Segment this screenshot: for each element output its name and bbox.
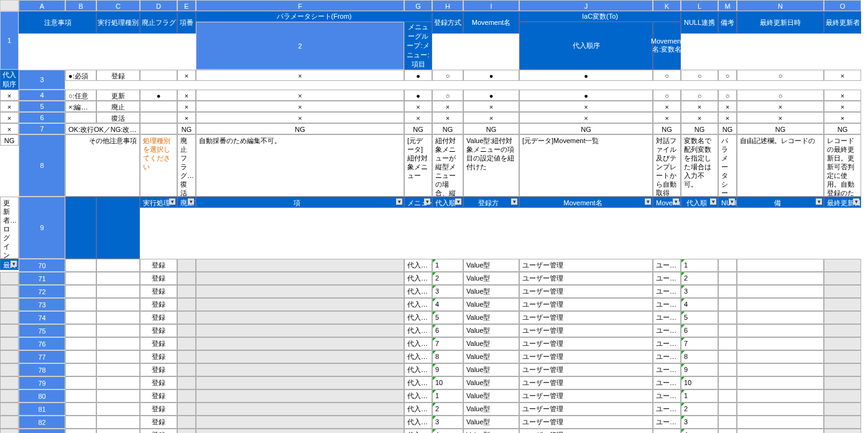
dcell-d-5[interactable] [177, 324, 196, 337]
dcell-f-7[interactable]: 代入値自動登録用:ユーザー:パラメータ/ログインシェル [404, 350, 432, 363]
dcell-b-1[interactable] [96, 272, 140, 285]
dcell-f-13[interactable]: 代入値自動登録用:ユーザー:パラメータ/コメント [404, 429, 432, 433]
dcell-k-9[interactable]: 10 [681, 376, 718, 389]
dcell-j-3[interactable]: ユーザー管理:login_shell [653, 298, 681, 311]
dcell-b-8[interactable] [96, 363, 140, 376]
dcell-i-5[interactable]: ユーザー管理 [519, 324, 653, 337]
dcell-m-7[interactable] [737, 350, 824, 363]
dcell-d-4[interactable] [177, 311, 196, 324]
dcell-l-7[interactable] [718, 350, 737, 363]
dcell-o-6[interactable] [0, 350, 19, 363]
dcell-o-4[interactable] [0, 324, 19, 337]
filter-k[interactable]: 代入順 [681, 197, 718, 208]
dcell-h-5[interactable]: Value型 [463, 324, 519, 337]
col-header-D[interactable]: D [140, 0, 177, 11]
dcell-i-1[interactable]: ユーザー管理 [519, 272, 653, 285]
dcell-f-0[interactable]: 代入値自動登録用:ユーザー:パラメータ/ログインシェル [404, 259, 432, 272]
filter-d[interactable]: 廃止フラ [177, 197, 196, 208]
dcell-o-10[interactable] [0, 403, 19, 416]
dcell-g-1[interactable]: 2 [432, 272, 463, 285]
dcell-n-4[interactable] [824, 311, 861, 324]
filter-m[interactable]: 備 [737, 197, 824, 208]
dcell-l-9[interactable] [718, 376, 737, 389]
dcell-c-8[interactable]: 登録 [140, 363, 177, 376]
filter-j[interactable]: Movement名:変数名 [653, 197, 681, 208]
dcell-i-7[interactable]: ユーザー管理 [519, 350, 653, 363]
dcell-d-0[interactable] [177, 259, 196, 272]
dcell-e-1[interactable] [196, 272, 404, 285]
dcell-d-7[interactable] [177, 350, 196, 363]
dcell-h-6[interactable]: Value型 [463, 337, 519, 350]
dcell-o-1[interactable] [0, 285, 19, 298]
dcell-m-1[interactable] [737, 272, 824, 285]
dcell-a-5[interactable] [65, 324, 96, 337]
dcell-n-2[interactable] [824, 285, 861, 298]
dcell-b-9[interactable] [96, 376, 140, 389]
dcell-h-13[interactable]: Value型 [463, 429, 519, 433]
dcell-e-3[interactable] [196, 298, 404, 311]
dcell-j-13[interactable]: ユーザー管理:comment [653, 429, 681, 433]
dcell-m-11[interactable] [737, 403, 824, 416]
dcell-e-4[interactable] [196, 311, 404, 324]
dcell-c-11[interactable]: 登録 [140, 403, 177, 416]
dcell-a-6[interactable] [65, 337, 96, 350]
dcell-b-7[interactable] [96, 350, 140, 363]
filter-l[interactable]: NULL連 [718, 197, 737, 208]
dcell-o-3[interactable] [0, 311, 19, 324]
dcell-e-6[interactable] [196, 337, 404, 350]
dcell-f-2[interactable]: 代入値自動登録用:ユーザー:パラメータ/ログインシェル [404, 285, 432, 298]
dcell-n-7[interactable] [824, 350, 861, 363]
dcell-i-12[interactable]: ユーザー管理 [519, 416, 653, 429]
dcell-k-6[interactable]: 7 [681, 337, 718, 350]
dcell-b-3[interactable] [96, 298, 140, 311]
row-header-d8[interactable]: 78 [19, 363, 65, 376]
dcell-e-13[interactable] [196, 429, 404, 433]
dcell-j-1[interactable]: ユーザー管理:login_shell [653, 272, 681, 285]
dcell-b-13[interactable] [96, 429, 140, 433]
dcell-i-6[interactable]: ユーザー管理 [519, 337, 653, 350]
dcell-o-7[interactable] [0, 363, 19, 376]
dcell-o-8[interactable] [0, 376, 19, 389]
row-header-d1[interactable]: 71 [19, 272, 65, 285]
dcell-i-13[interactable]: ユーザー管理 [519, 429, 653, 433]
dcell-o-12[interactable] [0, 429, 19, 433]
row-header-d3[interactable]: 73 [19, 298, 65, 311]
dcell-o-9[interactable] [0, 389, 19, 403]
row-header-8[interactable]: 8 [19, 134, 65, 197]
dcell-a-10[interactable] [65, 389, 96, 403]
dcell-k-1[interactable]: 2 [681, 272, 718, 285]
dcell-n-13[interactable] [824, 429, 861, 433]
row-header-d4[interactable]: 74 [19, 311, 65, 324]
dcell-l-5[interactable] [718, 324, 737, 337]
dcell-m-9[interactable] [737, 376, 824, 389]
dcell-c-12[interactable]: 登録 [140, 416, 177, 429]
col-header-L[interactable]: L [681, 0, 718, 11]
dcell-b-4[interactable] [96, 311, 140, 324]
dcell-c-5[interactable]: 登録 [140, 324, 177, 337]
dcell-n-11[interactable] [824, 403, 861, 416]
dcell-f-5[interactable]: 代入値自動登録用:ユーザー:パラメータ/ログインシェル [404, 324, 432, 337]
dcell-m-10[interactable] [737, 389, 824, 403]
dcell-g-11[interactable]: 2 [432, 403, 463, 416]
dcell-n-8[interactable] [824, 363, 861, 376]
dcell-b-0[interactable] [96, 259, 140, 272]
dcell-l-8[interactable] [718, 363, 737, 376]
dcell-a-3[interactable] [65, 298, 96, 311]
filter-i[interactable]: Movement名 [519, 197, 653, 208]
dcell-a-2[interactable] [65, 285, 96, 298]
filter-e[interactable]: 項 [196, 197, 404, 208]
col-header-C[interactable]: C [96, 0, 140, 11]
dcell-e-12[interactable] [196, 416, 404, 429]
dcell-e-10[interactable] [196, 389, 404, 403]
dcell-h-11[interactable]: Value型 [463, 403, 519, 416]
dcell-l-3[interactable] [718, 298, 737, 311]
dcell-g-2[interactable]: 3 [432, 285, 463, 298]
dcell-a-8[interactable] [65, 363, 96, 376]
dcell-m-6[interactable] [737, 337, 824, 350]
dcell-h-10[interactable]: Value型 [463, 389, 519, 403]
row-header-9[interactable]: 9 [19, 197, 65, 259]
dcell-g-8[interactable]: 9 [432, 363, 463, 376]
dcell-c-4[interactable]: 登録 [140, 311, 177, 324]
dcell-h-3[interactable]: Value型 [463, 298, 519, 311]
dcell-i-8[interactable]: ユーザー管理 [519, 363, 653, 376]
